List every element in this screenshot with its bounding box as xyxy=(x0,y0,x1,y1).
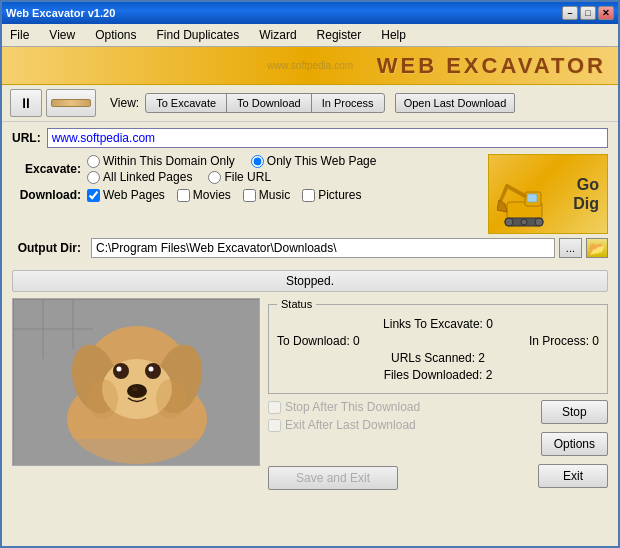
status-legend: Status xyxy=(277,298,316,310)
download-label: Download: xyxy=(12,188,87,202)
menu-view[interactable]: View xyxy=(45,26,79,44)
svg-point-7 xyxy=(535,218,543,226)
links-to-excavate: Links To Excavate: 0 xyxy=(277,317,599,331)
pause-button[interactable]: ⏸ xyxy=(10,89,42,117)
menu-bar: File View Options Find Duplicates Wizard… xyxy=(2,24,618,47)
window-title: Web Excavator v1.20 xyxy=(6,7,115,19)
go-dig-text: GoDig xyxy=(573,175,607,213)
svg-line-4 xyxy=(501,186,507,200)
menu-wizard[interactable]: Wizard xyxy=(255,26,300,44)
folder-button[interactable]: 📂 xyxy=(586,238,608,258)
bottom-row: Status Links To Excavate: 0 To Download:… xyxy=(12,298,608,492)
menu-options[interactable]: Options xyxy=(91,26,140,44)
svg-point-21 xyxy=(117,367,122,372)
radio-thispage-label: Only This Web Page xyxy=(267,154,377,168)
radio-domain-label: Within This Domain Only xyxy=(103,154,235,168)
excavator-icon xyxy=(497,174,562,229)
svg-point-20 xyxy=(145,363,161,379)
open-last-download-button[interactable]: Open Last Download xyxy=(395,93,516,113)
header-banner: www.softpedia.com WEB EXCAVATOR xyxy=(2,47,618,85)
in-process-status: In Process: 0 xyxy=(529,334,599,348)
status-fieldset: Status Links To Excavate: 0 To Download:… xyxy=(268,298,608,394)
status-bar: Stopped. xyxy=(12,270,608,292)
minimize-button[interactable]: – xyxy=(562,6,578,20)
excavate-row: Excavate: Within This Domain Only Only T… xyxy=(12,154,480,184)
maximize-button[interactable]: □ xyxy=(580,6,596,20)
menu-find-duplicates[interactable]: Find Duplicates xyxy=(153,26,244,44)
stop-after-check[interactable]: Stop After This Download xyxy=(268,400,533,414)
url-row: URL: xyxy=(12,128,608,148)
save-exit-button[interactable]: Save and Exit xyxy=(268,466,398,490)
menu-help[interactable]: Help xyxy=(377,26,410,44)
go-dig-logo: GoDig xyxy=(488,154,608,234)
download-options: Web Pages Movies Music Pictures xyxy=(87,188,362,202)
stop-after-area: Stop After This Download Exit After Last… xyxy=(268,400,533,460)
window-controls: – □ ✕ xyxy=(562,6,614,20)
output-label: Output Dir: xyxy=(12,241,87,255)
svg-point-6 xyxy=(505,218,513,226)
radio-domain[interactable]: Within This Domain Only xyxy=(87,154,235,168)
menu-file[interactable]: File xyxy=(6,26,33,44)
output-dir-input[interactable] xyxy=(91,238,555,258)
download-row: Download: Web Pages Movies Music xyxy=(12,188,480,202)
view-label: View: xyxy=(110,96,139,110)
svg-rect-27 xyxy=(13,439,260,466)
excavate-left: Excavate: Within This Domain Only Only T… xyxy=(12,154,480,234)
exit-after-label: Exit After Last Download xyxy=(285,418,416,432)
tab-in-process[interactable]: In Process xyxy=(311,93,385,113)
svg-point-22 xyxy=(149,367,154,372)
svg-point-26 xyxy=(156,379,186,419)
toolbar: ⏸ View: To Excavate To Download In Proce… xyxy=(2,85,618,122)
excavate-area: Excavate: Within This Domain Only Only T… xyxy=(12,154,608,234)
check-music[interactable]: Music xyxy=(243,188,290,202)
radio-thispage[interactable]: Only This Web Page xyxy=(251,154,377,168)
toolbar-left: ⏸ xyxy=(10,89,96,117)
title-bar: Web Excavator v1.20 – □ ✕ xyxy=(2,2,618,24)
tab-to-download[interactable]: To Download xyxy=(226,93,312,113)
stop-row: Stop After This Download Exit After Last… xyxy=(268,400,608,460)
radio-fileurl[interactable]: File URL xyxy=(208,170,271,184)
url-input[interactable] xyxy=(47,128,608,148)
check-movies[interactable]: Movies xyxy=(177,188,231,202)
svg-point-23 xyxy=(127,384,147,398)
output-row: Output Dir: ... 📂 xyxy=(12,238,608,258)
tool-button-2[interactable] xyxy=(46,89,96,117)
svg-point-19 xyxy=(113,363,129,379)
save-exit-row: Save and Exit Exit xyxy=(268,464,608,492)
svg-rect-2 xyxy=(527,194,537,202)
browse-button[interactable]: ... xyxy=(559,238,582,258)
check-webpages[interactable]: Web Pages xyxy=(87,188,165,202)
watermark: www.softpedia.com xyxy=(267,60,353,71)
svg-point-25 xyxy=(88,379,118,419)
menu-register[interactable]: Register xyxy=(313,26,366,44)
app-title: WEB EXCAVATOR xyxy=(377,53,606,79)
urls-scanned: URLs Scanned: 2 xyxy=(277,351,599,365)
check-pictures[interactable]: Pictures xyxy=(302,188,361,202)
controls-area: Stop After This Download Exit After Last… xyxy=(268,400,608,492)
radio-fileurl-label: File URL xyxy=(224,170,271,184)
right-buttons: Stop Options xyxy=(541,400,608,460)
svg-line-3 xyxy=(507,186,525,196)
preview-image xyxy=(13,299,260,466)
to-download-status: To Download: 0 xyxy=(277,334,360,348)
svg-point-24 xyxy=(132,387,138,391)
svg-point-8 xyxy=(521,219,527,225)
stop-button[interactable]: Stop xyxy=(541,400,608,424)
preview-area xyxy=(12,298,260,466)
view-tabs: To Excavate To Download In Process xyxy=(145,93,384,113)
exit-after-check[interactable]: Exit After Last Download xyxy=(268,418,533,432)
url-label: URL: xyxy=(12,131,41,145)
exit-button[interactable]: Exit xyxy=(538,464,608,488)
close-button[interactable]: ✕ xyxy=(598,6,614,20)
radio-alllinked[interactable]: All Linked Pages xyxy=(87,170,192,184)
main-content: URL: Excavate: Within This Domain Only xyxy=(2,122,618,270)
tab-to-excavate[interactable]: To Excavate xyxy=(145,93,227,113)
files-downloaded: Files Downloaded: 2 xyxy=(277,368,599,382)
stop-after-label: Stop After This Download xyxy=(285,400,420,414)
right-controls: Status Links To Excavate: 0 To Download:… xyxy=(268,298,608,492)
bottom-section: Status Links To Excavate: 0 To Download:… xyxy=(2,298,618,500)
radio-alllinked-label: All Linked Pages xyxy=(103,170,192,184)
options-button[interactable]: Options xyxy=(541,432,608,456)
excavate-label: Excavate: xyxy=(12,162,87,176)
